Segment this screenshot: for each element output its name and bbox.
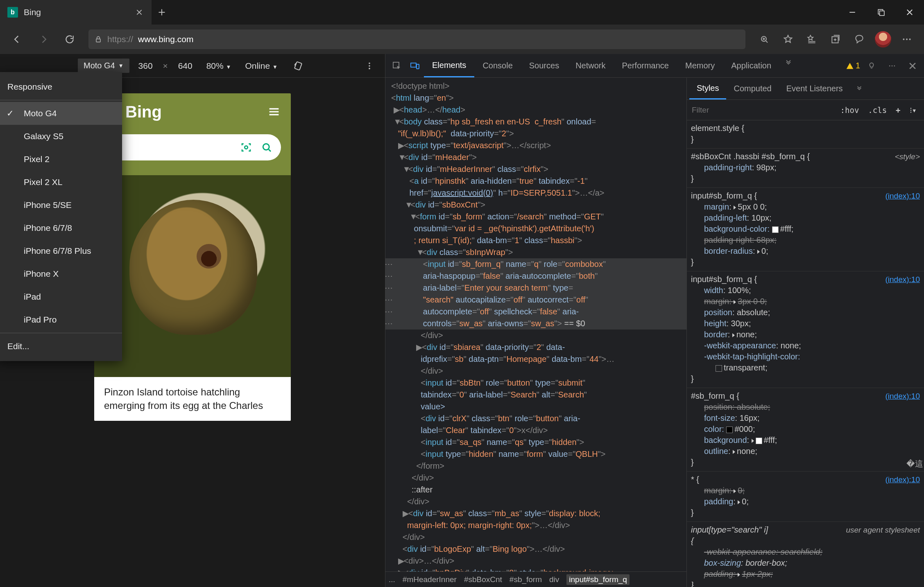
tab-performance[interactable]: Performance	[614, 54, 677, 77]
profile-button[interactable]	[872, 28, 895, 51]
caret-down-icon: ▼	[118, 63, 124, 69]
cls-toggle[interactable]: .cls	[865, 106, 889, 115]
rule-source[interactable]: (index):10	[886, 474, 920, 485]
device-mode-button[interactable]	[406, 57, 424, 75]
tab-application[interactable]: Application	[723, 54, 779, 77]
new-tab-button[interactable]	[152, 0, 172, 25]
menu-button[interactable]	[895, 28, 918, 51]
crumb[interactable]: #mHeaderInner	[403, 575, 457, 584]
dimension-separator: ×	[162, 61, 169, 71]
device-menu-responsive[interactable]: Responsive	[0, 75, 122, 98]
close-window-button[interactable]	[895, 0, 924, 25]
tab-console[interactable]: Console	[474, 54, 521, 77]
hamburger-button[interactable]	[267, 105, 281, 119]
svg-point-7	[909, 38, 911, 40]
crumb[interactable]: ...	[389, 575, 395, 584]
crumb[interactable]: #sbBoxCnt	[464, 575, 502, 584]
svg-point-13	[263, 144, 269, 150]
tab-network[interactable]: Network	[567, 54, 614, 77]
minimize-button[interactable]	[838, 0, 867, 25]
url-field[interactable]: https://www.bing.com	[88, 29, 745, 49]
favorites-bar-button[interactable]	[800, 28, 823, 51]
device-menu-item[interactable]: Moto G4	[0, 102, 122, 125]
favorite-button[interactable]	[777, 28, 799, 51]
tab-event-listeners[interactable]: Event Listeners	[779, 78, 850, 99]
bing-header: Bing	[94, 93, 291, 130]
back-button[interactable]	[6, 28, 29, 51]
svg-point-18	[892, 65, 893, 66]
device-menu-item[interactable]: Pixel 2	[0, 148, 122, 171]
tab-memory[interactable]: Memory	[677, 54, 723, 77]
svg-point-9	[369, 62, 370, 64]
device-label: Moto G4	[84, 61, 115, 70]
browser-tab[interactable]: b Bing	[0, 0, 152, 25]
svg-rect-2	[96, 39, 100, 42]
svg-point-10	[369, 65, 370, 67]
close-tab-button[interactable]	[134, 7, 144, 17]
zoom-icon[interactable]	[753, 28, 776, 51]
device-menu-item[interactable]: iPhone X	[0, 262, 122, 285]
svg-point-6	[906, 38, 908, 40]
crumb[interactable]: div	[549, 575, 559, 584]
tab-computed[interactable]: Computed	[726, 78, 779, 99]
tab-title: Bing	[24, 7, 129, 17]
forward-button[interactable]	[32, 28, 55, 51]
refresh-button[interactable]	[58, 28, 81, 51]
new-style-rule-button[interactable]: +	[893, 106, 903, 115]
device-menu-item[interactable]: iPhone 6/7/8 Plus	[0, 239, 122, 262]
svg-rect-1	[880, 11, 884, 16]
crumb[interactable]: input#sb_form_q	[566, 574, 630, 585]
tab-elements[interactable]: Elements	[424, 54, 474, 77]
device-menu-item[interactable]: iPad	[0, 285, 122, 308]
device-frame[interactable]: Bing Pinzon Island tortoise hatchling em…	[94, 93, 291, 421]
device-toolbar: Moto G4 ▼ 360 × 640 80% ▼ Online ▼ Respo…	[0, 54, 385, 78]
inspect-button[interactable]	[388, 57, 406, 75]
warnings-badge[interactable]: 1	[846, 61, 860, 70]
styles-filter-input[interactable]	[692, 106, 834, 115]
device-height[interactable]: 640	[173, 61, 197, 71]
device-menu-item[interactable]: iPhone 5/SE	[0, 194, 122, 217]
tab-styles[interactable]: Styles	[689, 78, 726, 99]
rule-source[interactable]: <style>	[895, 151, 920, 162]
dom-tree[interactable]: <!doctype html> <html lang="en"> ▶<head>…	[385, 78, 686, 571]
device-menu-item[interactable]: iPhone 6/7/8	[0, 217, 122, 239]
titlebar: b Bing	[0, 0, 924, 25]
device-menu-popup: Responsive Moto G4 Galaxy S5 Pixel 2 Pix…	[0, 72, 122, 361]
camera-search-icon[interactable]	[240, 141, 252, 154]
zoom-dropdown[interactable]: 80% ▼	[202, 61, 236, 71]
breadcrumb[interactable]: ... #mHeaderInner #sbBoxCnt #sb_form div…	[385, 571, 686, 587]
tab-sources[interactable]: Sources	[521, 54, 567, 77]
svg-rect-15	[411, 63, 416, 67]
feedback-button[interactable]	[848, 28, 871, 51]
hov-toggle[interactable]: :hov	[838, 106, 862, 115]
network-dropdown[interactable]: Online ▼	[240, 61, 282, 71]
styles-filter-bar: :hov .cls + ⁝▾	[687, 100, 924, 120]
collections-button[interactable]	[824, 28, 847, 51]
maximize-button[interactable]	[867, 0, 895, 25]
search-box[interactable]	[104, 134, 281, 160]
device-width[interactable]: 360	[134, 61, 158, 71]
device-menu-item[interactable]: Galaxy S5	[0, 125, 122, 148]
device-menu-item[interactable]: iPad Pro	[0, 308, 122, 331]
styles-more-button[interactable]: ⁝▾	[907, 106, 919, 115]
device-dropdown[interactable]: Moto G4 ▼	[78, 59, 129, 73]
device-menu-edit[interactable]: Edit...	[0, 335, 122, 358]
styles-rules[interactable]: element.style { } #sbBoxCnt .hassbi #sb_…	[687, 120, 924, 587]
devtools-topbar: Elements Console Sources Network Perform…	[385, 54, 924, 78]
rule-source[interactable]: (index):10	[886, 190, 920, 201]
more-styles-tabs-button[interactable]	[850, 80, 868, 98]
search-icon[interactable]	[260, 141, 273, 154]
rule-source[interactable]: (index):10	[886, 274, 920, 285]
new-issues-button[interactable]	[863, 57, 881, 75]
settings-button[interactable]	[883, 57, 901, 75]
rotate-button[interactable]	[287, 54, 310, 77]
device-menu-button[interactable]	[358, 54, 381, 77]
svg-point-17	[889, 65, 890, 66]
rule-source[interactable]: (index):10	[886, 391, 920, 402]
more-tabs-button[interactable]	[779, 54, 797, 72]
svg-point-12	[245, 146, 248, 149]
close-devtools-button[interactable]	[904, 57, 922, 75]
crumb[interactable]: #sb_form	[510, 575, 542, 584]
bing-favicon: b	[7, 7, 18, 18]
device-menu-item[interactable]: Pixel 2 XL	[0, 171, 122, 194]
